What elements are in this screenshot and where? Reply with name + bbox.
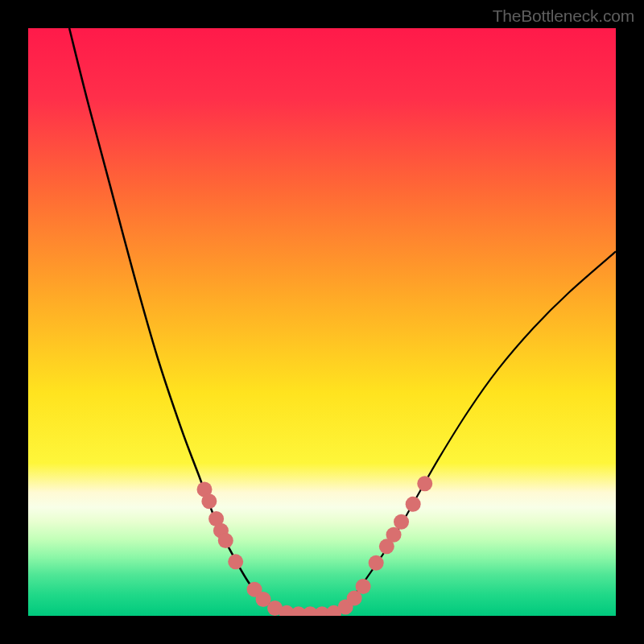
data-marker [369,555,384,571]
plot-area [28,28,616,616]
data-marker [201,493,217,509]
watermark-text: TheBottleneck.com [493,6,634,26]
data-marker [356,579,371,594]
chart-overlay [28,28,616,616]
left-curve [69,28,287,613]
data-marker [394,514,409,530]
data-marker [417,476,432,491]
data-marker [406,497,421,512]
marker-group [197,476,433,616]
data-marker [228,554,243,569]
outer-frame: TheBottleneck.com [0,0,644,644]
data-marker [386,527,402,543]
data-marker [218,533,233,548]
